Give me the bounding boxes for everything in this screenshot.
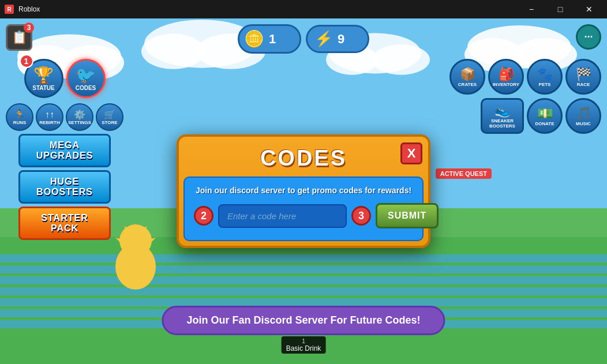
modal-header: CODES (179, 137, 428, 177)
maximize-button[interactable]: □ (547, 0, 574, 18)
modal-input-row: 2 3 SUBMIT (194, 203, 413, 228)
close-button[interactable]: ✕ (576, 0, 602, 18)
window-title: Roblox (18, 5, 40, 13)
roblox-app-icon: R (5, 5, 14, 14)
window-controls: − □ ✕ (518, 0, 602, 18)
game-background: 🪙 1 ⚡ 9 📋 3 ··· 1 🏆 STATUE 🐦 (0, 18, 607, 364)
window-title-area: R Roblox (5, 5, 40, 14)
code-input[interactable] (218, 204, 347, 228)
window-chrome: R Roblox − □ ✕ (0, 0, 607, 18)
submit-button[interactable]: SUBMIT (376, 203, 439, 228)
minimize-button[interactable]: − (518, 0, 545, 18)
modal-body: Join our discord server to get promo cod… (183, 177, 424, 241)
modal-title: CODES (260, 146, 347, 170)
step-2-badge: 2 (194, 206, 213, 226)
step-3-badge: 3 (351, 206, 371, 226)
modal-close-button[interactable]: X (400, 142, 422, 164)
codes-modal: CODES X Join our discord server to get p… (177, 134, 430, 248)
codes-modal-overlay: CODES X Join our discord server to get p… (0, 18, 607, 364)
modal-description: Join our discord server to get promo cod… (194, 186, 413, 195)
